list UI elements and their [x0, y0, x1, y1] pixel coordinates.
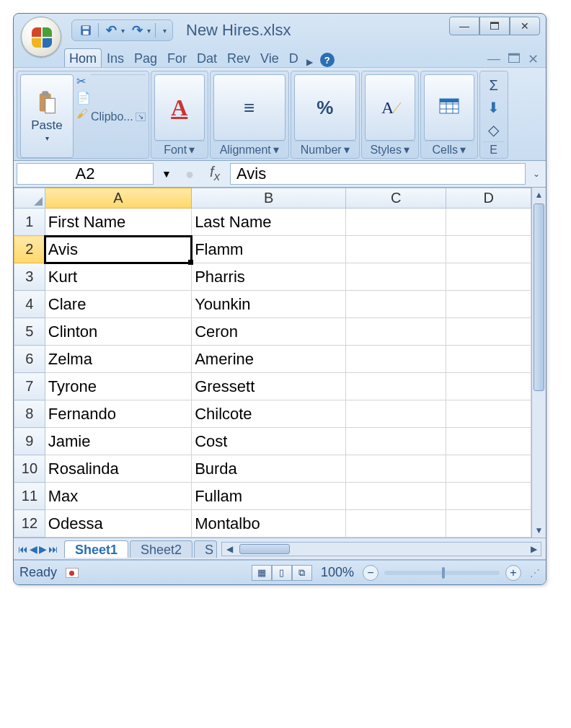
font-button[interactable]: A: [154, 74, 205, 141]
cell[interactable]: [446, 318, 531, 346]
cell[interactable]: [346, 400, 446, 428]
cell[interactable]: [346, 236, 446, 263]
view-page-break-button[interactable]: ⧉: [292, 565, 312, 581]
view-normal-button[interactable]: ▦: [252, 565, 272, 581]
cell[interactable]: Flamm: [192, 236, 346, 263]
alignment-button[interactable]: ≡: [213, 74, 286, 141]
help-button[interactable]: ?: [320, 53, 335, 67]
row-header[interactable]: 11: [14, 483, 45, 510]
cell[interactable]: [346, 483, 446, 510]
row-header[interactable]: 12: [14, 510, 45, 538]
doc-close-button[interactable]: ✕: [528, 51, 539, 67]
redo-button[interactable]: ↷: [129, 22, 145, 38]
tab-data[interactable]: Dat: [192, 48, 222, 67]
cell[interactable]: Jamie: [45, 428, 191, 455]
row-header[interactable]: 6: [14, 346, 45, 373]
cell[interactable]: [446, 291, 531, 318]
row-header[interactable]: 9: [14, 428, 45, 455]
tab-developer[interactable]: D: [284, 48, 304, 67]
name-box-dropdown[interactable]: ▼: [158, 168, 175, 180]
cell[interactable]: Ceron: [192, 318, 346, 346]
clipboard-dialog-launcher[interactable]: ↘: [136, 113, 146, 121]
sheet-tab-2[interactable]: Sheet2: [130, 540, 192, 558]
zoom-in-button[interactable]: +: [505, 565, 521, 581]
doc-restore-button[interactable]: 🗖: [508, 51, 521, 67]
zoom-out-button[interactable]: −: [363, 565, 379, 581]
col-header-c[interactable]: C: [346, 188, 446, 209]
sheet-tab-1[interactable]: Sheet1: [64, 540, 128, 558]
clear-button[interactable]: ◇: [488, 121, 499, 139]
macro-record-button[interactable]: [66, 568, 79, 578]
tab-view[interactable]: Vie: [255, 48, 284, 67]
col-header-a[interactable]: A: [45, 188, 191, 209]
cell[interactable]: [346, 209, 446, 236]
row-header[interactable]: 7: [14, 373, 45, 400]
sheet-tab-3[interactable]: S: [194, 540, 217, 558]
cell[interactable]: Tyrone: [45, 373, 191, 400]
cell[interactable]: [446, 346, 531, 373]
cell[interactable]: Rosalinda: [45, 455, 191, 483]
cells-button[interactable]: [424, 74, 474, 141]
cell[interactable]: [446, 510, 531, 538]
cell[interactable]: [446, 483, 531, 510]
scroll-right-icon[interactable]: ▶: [526, 544, 541, 554]
cell[interactable]: [346, 318, 446, 346]
minimize-button[interactable]: —: [449, 17, 479, 35]
office-button[interactable]: [21, 17, 61, 57]
cell[interactable]: Pharris: [192, 263, 346, 291]
tab-formulas[interactable]: For: [162, 48, 192, 67]
cell[interactable]: [446, 236, 531, 263]
col-header-b[interactable]: B: [192, 188, 346, 209]
vertical-scrollbar[interactable]: ▲ ▼: [531, 188, 546, 538]
cell[interactable]: Amerine: [192, 346, 346, 373]
row-header[interactable]: 10: [14, 455, 45, 483]
cell[interactable]: [446, 428, 531, 455]
cell[interactable]: Odessa: [45, 510, 191, 538]
scroll-down-icon[interactable]: ▼: [532, 523, 546, 538]
cell[interactable]: Avis: [45, 236, 191, 263]
save-button[interactable]: [78, 22, 94, 38]
view-page-layout-button[interactable]: ▯: [272, 565, 292, 581]
tab-insert[interactable]: Ins: [102, 48, 129, 67]
cell[interactable]: [346, 428, 446, 455]
cell[interactable]: Last Name: [192, 209, 346, 236]
tab-review[interactable]: Rev: [222, 48, 255, 67]
formula-expand-button[interactable]: ⌄: [530, 169, 543, 179]
cell[interactable]: [446, 209, 531, 236]
cell[interactable]: [346, 373, 446, 400]
row-header[interactable]: 1: [14, 209, 45, 236]
hscroll-thumb[interactable]: [239, 544, 290, 554]
number-button[interactable]: %: [294, 74, 356, 141]
name-box[interactable]: A2: [17, 163, 154, 185]
row-header[interactable]: 8: [14, 400, 45, 428]
scrollbar-thumb[interactable]: [534, 203, 544, 391]
cell[interactable]: Clinton: [45, 318, 191, 346]
cell[interactable]: Max: [45, 483, 191, 510]
row-header[interactable]: 2: [14, 236, 45, 263]
row-header[interactable]: 3: [14, 263, 45, 291]
cell[interactable]: [346, 346, 446, 373]
cell[interactable]: First Name: [45, 209, 191, 236]
scroll-up-icon[interactable]: ▲: [532, 188, 546, 202]
cell[interactable]: [446, 400, 531, 428]
redo-more-icon[interactable]: ▾: [147, 27, 151, 35]
styles-button[interactable]: A⁄: [365, 74, 415, 141]
cell[interactable]: Kurt: [45, 263, 191, 291]
undo-more-icon[interactable]: ▾: [121, 27, 125, 35]
sheet-nav-last[interactable]: ⏭: [48, 543, 58, 555]
row-header[interactable]: 5: [14, 318, 45, 346]
undo-button[interactable]: ↶: [103, 22, 119, 38]
cell[interactable]: Montalbo: [192, 510, 346, 538]
restore-button[interactable]: 🗖: [479, 17, 510, 35]
copy-button[interactable]: 📄: [76, 91, 91, 105]
sheet-nav-prev[interactable]: ◀: [30, 543, 37, 555]
autosum-button[interactable]: Σ: [490, 77, 498, 94]
select-all-corner[interactable]: [14, 188, 45, 209]
sheet-nav-first[interactable]: ⏮: [18, 543, 28, 555]
cut-button[interactable]: ✂: [76, 74, 91, 88]
cell[interactable]: Gressett: [192, 373, 346, 400]
qat-customize-icon[interactable]: ▾: [163, 27, 167, 35]
tab-page-layout[interactable]: Pag: [129, 48, 162, 67]
cell[interactable]: [346, 263, 446, 291]
cell[interactable]: [346, 510, 446, 538]
